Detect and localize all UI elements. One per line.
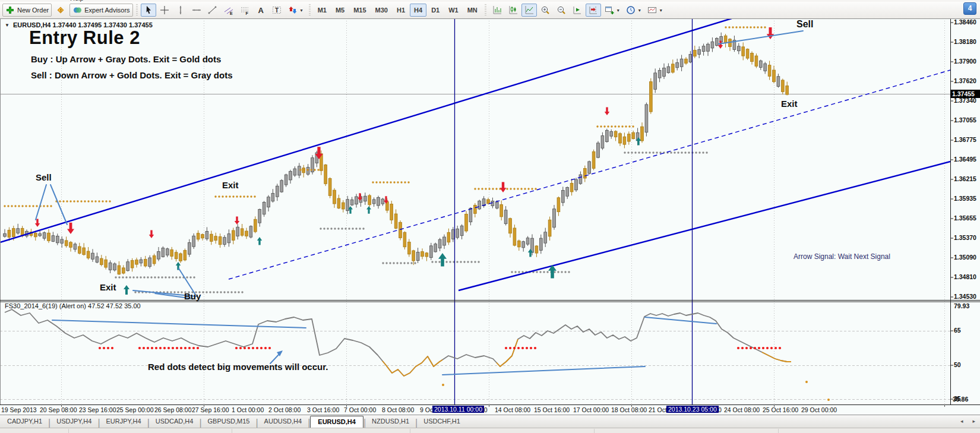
symbol-tab-usdjpy[interactable]: USDJPY,H4 xyxy=(50,415,97,428)
cursor-button[interactable] xyxy=(141,4,156,17)
bar-chart-icon xyxy=(492,5,502,15)
price-axis-tick: 1.36495 xyxy=(954,156,976,163)
status-separator xyxy=(594,429,595,433)
symbol-tab-eurjpy[interactable]: EURJPY,H4 xyxy=(100,415,147,428)
chart-shift-button[interactable] xyxy=(586,4,601,17)
chart-annotation-label: Exit xyxy=(781,99,798,109)
chart-shift-icon xyxy=(589,5,598,15)
symbol-tabs: CADJPY,H1|USDJPY,H4|EURJPY,H4|USDCAD,H4|… xyxy=(1,415,466,428)
chart-annotation-label: Sell xyxy=(796,20,813,30)
text-label-button[interactable]: T xyxy=(269,4,284,17)
zoom-out-button[interactable] xyxy=(554,4,569,17)
bar-chart-button[interactable] xyxy=(489,4,505,17)
time-axis-label: 24 Oct 08:00 xyxy=(724,406,760,413)
toolbar-grip xyxy=(309,4,311,16)
fibonacci-button[interactable]: F xyxy=(237,4,252,17)
tab-scroll-right-icon[interactable]: ▸ xyxy=(972,418,975,424)
equidistant-channel-button[interactable]: E xyxy=(221,4,236,17)
price-axis-tick: 1.35090 xyxy=(954,254,976,261)
time-axis-label: 21 Oct xyxy=(649,406,667,413)
mt4-window: { "window": { "menu_remnant": "Help", "b… xyxy=(0,0,980,433)
svg-text:A: A xyxy=(258,6,264,15)
time-axis-label: 27 Sep 16:00 xyxy=(192,406,229,413)
chart-annotation-label: Sell xyxy=(36,173,52,182)
timeframes-group: M1M5M15M30H1H4D1W1MN xyxy=(314,4,482,17)
indicator-level-label: 50 xyxy=(954,361,961,368)
indicator-note: Red dots detect big movements will occur… xyxy=(148,362,328,372)
timeframe-w1-button[interactable]: W1 xyxy=(444,4,463,17)
text-button[interactable]: A xyxy=(253,4,268,17)
indicator-label: FS30_2014_6(19) (Alert on) 47.52 47.52 3… xyxy=(5,302,141,309)
timeframe-m15-button[interactable]: M15 xyxy=(349,4,370,17)
chart-annotation-label: Arrow Signal: Wait Next Signal xyxy=(794,253,890,261)
horizontal-line-button[interactable] xyxy=(189,4,204,17)
price-axis-tick: 1.35370 xyxy=(954,234,976,241)
crosshair-icon xyxy=(160,5,169,15)
line-chart-icon xyxy=(524,5,534,15)
notifications-badge[interactable]: 4 xyxy=(963,2,976,15)
symbol-tab-usdcad[interactable]: USDCAD,H4 xyxy=(150,415,200,428)
line-chart-button[interactable] xyxy=(521,4,537,17)
symbol-tab-gbpusd[interactable]: GBPUSD,M15 xyxy=(202,415,256,428)
status-separator xyxy=(232,429,232,433)
candlestick-chart-icon xyxy=(508,5,518,15)
candlestick-chart-button[interactable] xyxy=(505,4,521,17)
chart-canvas[interactable] xyxy=(0,0,980,433)
dropdown-caret-icon: ▾ xyxy=(301,8,303,13)
price-axis-tick: 1.37900 xyxy=(954,58,976,65)
zoom-in-button[interactable] xyxy=(538,4,553,17)
time-axis-label: 17 Oct 00:00 xyxy=(573,406,609,413)
vertical-line-button[interactable] xyxy=(173,4,188,17)
timeframe-h4-button[interactable]: H4 xyxy=(410,4,426,17)
symbol-tab-eurusd[interactable]: EURUSD,H4 xyxy=(310,416,363,428)
trendline-button[interactable] xyxy=(205,4,220,17)
chart-annotation-label: Exit xyxy=(100,283,116,292)
dropdown-caret-icon: ▾ xyxy=(638,8,641,13)
timeframe-d1-button[interactable]: D1 xyxy=(427,4,444,17)
price-axis-tick: 1.36215 xyxy=(954,175,976,182)
entry-rule-title: Entry Rule 2 xyxy=(29,29,140,48)
templates-icon xyxy=(647,5,657,15)
timeframe-h1-button[interactable]: H1 xyxy=(393,4,409,17)
buy-rule-text: Buy : Up Arrow + Gray Dots. Exit = Gold … xyxy=(31,55,221,64)
chart-tools-group: ▾▾▾ xyxy=(489,4,665,17)
tab-scroll-left-icon[interactable]: ◂ xyxy=(960,418,963,424)
symbol-tab-nzdusd[interactable]: NZDUSD,H1 xyxy=(366,415,415,428)
dropdown-caret-icon: ▾ xyxy=(617,8,619,13)
new-chart-button[interactable]: ▾ xyxy=(602,4,622,17)
chart-annotation-label: Buy xyxy=(184,292,201,301)
status-separator xyxy=(68,429,69,433)
arrows-button[interactable]: ▾ xyxy=(285,4,306,17)
auto-scroll-icon xyxy=(573,5,582,15)
price-axis-tick: 1.35935 xyxy=(954,195,976,202)
symbol-tab-usdchf[interactable]: USDCHF,H1 xyxy=(418,415,466,428)
timeframe-m5-button[interactable]: M5 xyxy=(331,4,349,17)
new-order-icon xyxy=(5,5,15,15)
time-axis-label: 1 Oct 00:00 xyxy=(232,406,264,413)
status-bar xyxy=(0,428,980,433)
templates-button[interactable]: ▾ xyxy=(644,4,665,17)
new-order-button[interactable]: New Order xyxy=(2,4,52,17)
time-axis-highlight: 2013.10.11 00:00 xyxy=(432,406,484,413)
symbol-tab-audusd[interactable]: AUDUSD,H4 xyxy=(258,415,308,428)
timeframe-m1-button[interactable]: M1 xyxy=(314,4,331,17)
periods-button[interactable]: ▾ xyxy=(623,4,644,17)
time-axis-label: 7 Oct 00:00 xyxy=(344,406,376,413)
expert-advisors-label: Expert Advisors xyxy=(84,7,129,14)
time-axis-label: 25 Sep 00:00 xyxy=(116,406,153,413)
symbol-tab-cadjpy[interactable]: CADJPY,H1 xyxy=(1,415,48,428)
price-axis-tick: 1.37620 xyxy=(954,77,976,84)
crosshair-button[interactable] xyxy=(157,4,172,17)
symbol-dropdown-icon[interactable]: ▼ xyxy=(5,23,10,28)
cursor-icon xyxy=(144,5,153,15)
svg-text:E: E xyxy=(230,11,233,15)
price-axis-tick: 1.37340 xyxy=(954,97,976,104)
sell-rule-text: Sell : Down Arrow + Gold Dots. Exit = Gr… xyxy=(31,71,233,80)
timeframe-mn-button[interactable]: MN xyxy=(463,4,482,17)
expert-advisors-button[interactable]: Expert Advisors xyxy=(69,4,132,17)
alerts-warning-button[interactable]: ! xyxy=(53,4,68,17)
time-axis-label: 26 Sep 08:00 xyxy=(154,406,191,413)
indicator-scale-top: 79.93 xyxy=(954,302,969,309)
timeframe-m30-button[interactable]: M30 xyxy=(371,4,392,17)
auto-scroll-button[interactable] xyxy=(570,4,585,17)
